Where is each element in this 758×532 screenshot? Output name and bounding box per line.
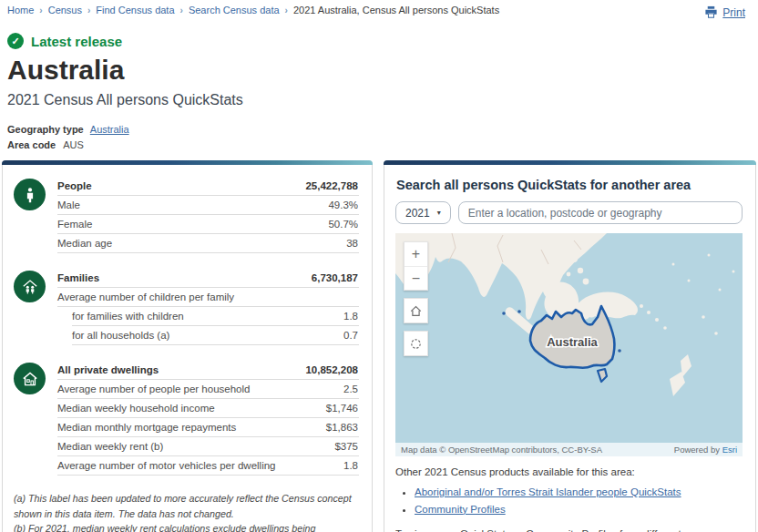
map-taiwan (579, 241, 584, 246)
map-philippines (583, 279, 589, 285)
search-panel-title: Search all persons QuickStats for anothe… (396, 178, 743, 192)
footnotes: (a) This label has been updated to more … (14, 491, 359, 532)
breadcrumb-link-home[interactable]: Home (7, 5, 34, 15)
map-australia-label: Australia (547, 335, 598, 349)
area-meta: Geography type Australia Area code AUS (7, 122, 758, 152)
chevron-down-icon: ▾ (437, 209, 441, 217)
stat-value: 6,730,187 (312, 272, 358, 283)
esri-link[interactable]: Esri (722, 445, 737, 455)
stat-label: Families (57, 272, 99, 283)
community-profiles-link[interactable]: Community Profiles (415, 504, 506, 515)
map-territory-marker (517, 310, 521, 313)
locate-icon (409, 337, 423, 351)
map-island (732, 271, 735, 273)
list-item: Community Profiles (415, 502, 743, 518)
stats-table: All private dwellings 10,852,208 Average… (57, 361, 359, 476)
stat-row: People 25,422,788 (57, 177, 359, 196)
stat-row: Average number of children per family (57, 288, 359, 307)
zoom-out-button[interactable]: − (405, 266, 427, 290)
print-button[interactable]: Print (704, 5, 745, 19)
breadcrumb-link-census[interactable]: Census (48, 5, 82, 15)
map-philippines (578, 268, 583, 273)
stat-row: Median monthly mortgage repayments $1,86… (57, 418, 359, 437)
area-code-label: Area code (7, 139, 56, 150)
page-title: Australia (7, 55, 758, 86)
search-row: 2021 ▾ (395, 201, 743, 224)
zoom-in-button[interactable]: + (405, 242, 427, 266)
year-dropdown-value: 2021 (405, 207, 430, 220)
stat-row: All private dwellings 10,852,208 (57, 361, 359, 380)
home-icon (409, 304, 423, 318)
footnote-a: (a) This label has been updated to more … (14, 491, 355, 521)
stat-value: 10,852,208 (305, 364, 358, 375)
stat-row: Male 49.3% (57, 196, 359, 215)
other-products-heading: Other 2021 Census products available for… (395, 465, 743, 481)
map-island (688, 280, 691, 282)
stats-section-people: People 25,422,788 Male 49.3% Female 50.7… (14, 177, 359, 253)
powered-by-label: Powered by (674, 445, 720, 455)
stat-label: Median monthly mortgage repayments (57, 422, 236, 433)
stat-label: All private dwellings (57, 364, 159, 375)
map-island (708, 254, 711, 257)
latest-release-badge: ✓ Latest release (7, 33, 758, 49)
map-controls: + − (404, 241, 428, 356)
locate-button[interactable] (405, 332, 427, 355)
list-item: Aboriginal and/or Torres Strait Islander… (415, 485, 743, 501)
stat-row: Median weekly rent (b) $375 (57, 437, 359, 456)
chevron-right-icon: › (180, 5, 183, 15)
print-label: Print (722, 6, 745, 19)
location-search-input[interactable] (458, 201, 743, 224)
map-island (672, 263, 675, 266)
stat-row: for all households (a) 0.7 (72, 326, 359, 345)
home-button[interactable] (405, 299, 427, 322)
content-panels: People 25,422,788 Male 49.3% Female 50.7… (0, 160, 758, 532)
map-island (702, 315, 705, 319)
area-code-value: AUS (63, 139, 84, 150)
map-island (663, 326, 667, 330)
stat-value: 1.8 (343, 460, 358, 471)
stat-row: Families 6,730,187 (57, 269, 359, 288)
map-territory-marker (502, 312, 506, 315)
search-panel: Search all persons QuickStats for anothe… (384, 160, 756, 532)
breadcrumb-link-search-census-data[interactable]: Search Census data (189, 5, 280, 15)
breadcrumb-link-find-census-data[interactable]: Find Census data (96, 5, 174, 15)
stat-label: Median weekly rent (b) (57, 441, 163, 452)
stat-value: $375 (334, 441, 358, 452)
stat-label: Average number of motor vehicles per dwe… (57, 460, 276, 471)
stat-value: 2.5 (343, 384, 358, 394)
indigenous-quickstats-link[interactable]: Aboriginal and/or Torres Strait Islander… (415, 486, 681, 497)
geography-type-link[interactable]: Australia (90, 124, 129, 135)
stat-row: Average number of motor vehicles per dwe… (57, 456, 359, 476)
stat-value: 25,422,788 (305, 180, 358, 191)
map-canvas: Australia (395, 233, 743, 456)
page-subtitle: 2021 Census All persons QuickStats (7, 92, 758, 108)
map-philippines (570, 255, 578, 262)
stats-section-families: Families 6,730,187 Average number of chi… (14, 269, 359, 345)
footer-text: To view more QuickStats or Community Pro… (395, 528, 728, 532)
stat-value: 38 (346, 238, 358, 249)
stat-row: Average number of people per household 2… (57, 380, 359, 399)
map-island (714, 332, 718, 335)
chevron-right-icon: › (285, 5, 288, 15)
footnote-b: (b) For 2021, median weekly rent calcula… (14, 521, 355, 532)
year-dropdown[interactable]: 2021 ▾ (395, 201, 451, 224)
zoom-control: + − (404, 241, 428, 291)
stat-value: 0.7 (343, 330, 358, 341)
stat-row: Female 50.7% (57, 215, 359, 234)
person-icon (14, 179, 46, 210)
chevron-right-icon: › (87, 5, 90, 15)
check-circle-icon: ✓ (7, 33, 24, 49)
geography-type-label: Geography type (7, 124, 84, 135)
stat-value: $1,746 (326, 403, 358, 414)
map-territory-marker (618, 349, 621, 353)
breadcrumb-current: 2021 Australia, Census All persons Quick… (293, 5, 499, 15)
chevron-right-icon: › (39, 5, 42, 15)
map-philippines (567, 272, 571, 277)
map[interactable]: Australia + − (395, 233, 743, 456)
powered-by: Powered by Esri (674, 445, 737, 455)
stat-label: Female (57, 219, 92, 230)
stat-label: People (57, 180, 92, 191)
stat-label: for all households (a) (72, 330, 169, 341)
map-island (647, 311, 650, 314)
breadcrumb: Home › Census › Find Census data › Searc… (7, 5, 499, 15)
